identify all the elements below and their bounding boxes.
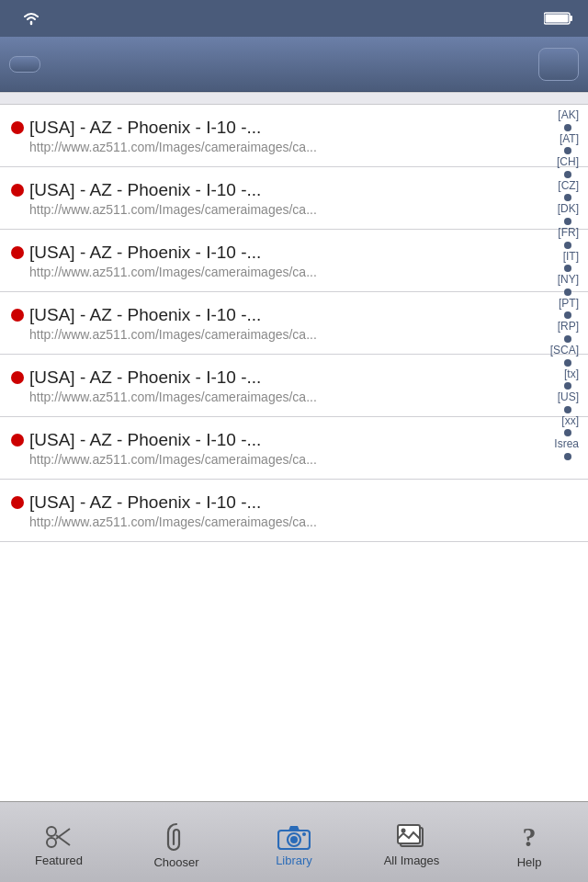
tab-label: Help	[517, 855, 542, 869]
item-url: http://www.az511.com/Images/cameraimages…	[11, 202, 514, 217]
svg-line-6	[56, 835, 70, 845]
item-name: [USA] - AZ - Phoenix - I-10 -...	[29, 305, 261, 325]
images-icon	[397, 824, 426, 850]
item-name: [USA] - AZ - Phoenix - I-10 -...	[29, 492, 261, 513]
status-bar	[0, 0, 588, 37]
section-header	[0, 92, 588, 105]
paperclip-icon	[165, 822, 187, 852]
red-dot-icon	[11, 184, 24, 197]
list-item[interactable]: [USA] - AZ - Phoenix - I-10 -... http://…	[0, 292, 588, 355]
svg-point-3	[47, 838, 56, 847]
item-url: http://www.az511.com/Images/cameraimages…	[11, 140, 514, 154]
images-icon	[397, 824, 426, 850]
tab-label: All Images	[384, 854, 440, 867]
paperclip-icon	[165, 822, 187, 852]
item-title: [USA] - AZ - Phoenix - I-10 -...	[11, 430, 514, 450]
item-title: [USA] - AZ - Phoenix - I-10 -...	[11, 118, 514, 138]
red-dot-icon	[11, 496, 24, 509]
red-dot-icon	[11, 371, 24, 384]
tab-featured[interactable]: Featured	[0, 802, 118, 882]
add-button[interactable]	[538, 48, 579, 81]
camera-icon	[277, 824, 311, 850]
camera-list: [USA] - AZ - Phoenix - I-10 -... http://…	[0, 105, 588, 781]
svg-rect-2	[546, 15, 569, 23]
item-title: [USA] - AZ - Phoenix - I-10 -...	[11, 368, 514, 388]
svg-point-4	[47, 827, 56, 836]
svg-point-10	[302, 832, 306, 836]
item-name: [USA] - AZ - Phoenix - I-10 -...	[29, 368, 261, 388]
item-url: http://www.az511.com/Images/cameraimages…	[11, 390, 514, 404]
status-left	[15, 11, 40, 26]
svg-text:?: ?	[523, 822, 537, 852]
tab-label: Chooser	[153, 855, 198, 869]
tab-help[interactable]: ? Help	[470, 802, 588, 882]
svg-rect-1	[570, 16, 572, 21]
list-item[interactable]: [USA] - AZ - Phoenix - I-10 -... http://…	[0, 105, 588, 167]
list-item[interactable]: [USA] - AZ - Phoenix - I-10 -... http://…	[0, 230, 588, 292]
nav-bar	[0, 37, 588, 92]
tab-label: Featured	[35, 854, 83, 867]
svg-point-9	[290, 836, 298, 843]
edit-button[interactable]	[9, 56, 40, 73]
item-url: http://www.az511.com/Images/cameraimages…	[11, 327, 514, 342]
item-title: [USA] - AZ - Phoenix - I-10 -...	[11, 243, 514, 263]
item-url: http://www.az511.com/Images/cameraimages…	[11, 265, 514, 279]
red-dot-icon	[11, 121, 24, 134]
camera-icon	[277, 824, 311, 850]
wifi-icon	[22, 11, 40, 26]
tab-library[interactable]: Library	[235, 802, 353, 882]
scissors-icon	[44, 824, 74, 850]
red-dot-icon	[11, 246, 24, 259]
item-name: [USA] - AZ - Phoenix - I-10 -...	[29, 243, 261, 263]
list-item[interactable]: [USA] - AZ - Phoenix - I-10 -... http://…	[0, 480, 588, 542]
battery-icon	[544, 11, 573, 26]
list-area: [USA] - AZ - Phoenix - I-10 -... http://…	[0, 105, 588, 781]
item-name: [USA] - AZ - Phoenix - I-10 -...	[29, 180, 261, 200]
tab-bar: Featured Chooser Library All Images ? He…	[0, 801, 588, 882]
scissors-icon	[44, 824, 74, 850]
svg-point-13	[401, 829, 406, 833]
item-title: [USA] - AZ - Phoenix - I-10 -...	[11, 492, 514, 513]
item-name: [USA] - AZ - Phoenix - I-10 -...	[29, 430, 261, 450]
list-item[interactable]: [USA] - AZ - Phoenix - I-10 -... http://…	[0, 355, 588, 417]
tab-all-images[interactable]: All Images	[353, 802, 470, 882]
question-icon: ?	[516, 822, 542, 852]
question-icon: ?	[516, 822, 542, 852]
item-url: http://www.az511.com/Images/cameraimages…	[11, 514, 514, 529]
item-url: http://www.az511.com/Images/cameraimages…	[11, 452, 514, 467]
red-dot-icon	[11, 434, 24, 447]
item-title: [USA] - AZ - Phoenix - I-10 -...	[11, 305, 514, 325]
status-right	[544, 11, 573, 26]
list-item[interactable]: [USA] - AZ - Phoenix - I-10 -... http://…	[0, 417, 588, 480]
item-name: [USA] - AZ - Phoenix - I-10 -...	[29, 118, 261, 138]
red-dot-icon	[11, 309, 24, 322]
tab-chooser[interactable]: Chooser	[118, 802, 235, 882]
item-title: [USA] - AZ - Phoenix - I-10 -...	[11, 180, 514, 200]
list-item[interactable]: [USA] - AZ - Phoenix - I-10 -... http://…	[0, 167, 588, 230]
tab-label: Library	[276, 854, 312, 867]
